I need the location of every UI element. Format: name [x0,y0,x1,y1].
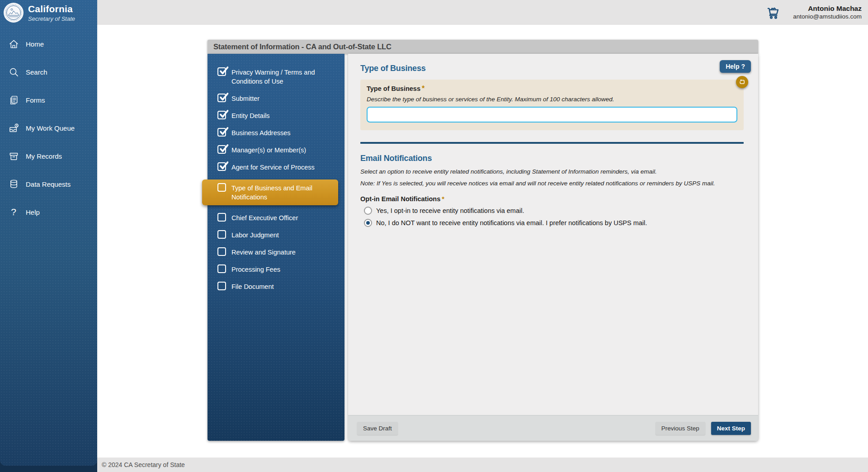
step-file-document[interactable]: File Document [208,282,344,291]
step-label: Chief Executive Officer [231,213,302,222]
sidebar-item-forms[interactable]: Forms [0,94,97,106]
step-privacy-warning[interactable]: Privacy Warning / Terms and Conditions o… [208,67,344,86]
step-label: Manager(s) or Member(s) [231,145,310,155]
checkbox-unchecked-icon [217,230,226,239]
step-submitter[interactable]: Submitter [208,94,344,103]
step-review-signature[interactable]: Review and Signature [208,247,344,257]
steps-list: Privacy Warning / Terms and Conditions o… [208,54,344,291]
checkbox-unchecked-icon [217,213,226,222]
email-notifications-section: Email Notifications Select an option to … [360,154,744,227]
checkbox-checked-icon [217,94,226,102]
step-managers-members[interactable]: Manager(s) or Member(s) [208,145,344,155]
type-of-business-label: Type of Business [367,85,420,92]
type-of-business-heading: Type of Business [360,64,744,73]
sidebar-item-label: Search [26,68,47,76]
sidebar-item-label: Home [26,40,44,48]
work-queue-icon [8,123,19,133]
sidebar-item-data-requests[interactable]: Data Requests [0,178,97,190]
type-of-business-input[interactable] [367,107,737,123]
previous-step-button[interactable]: Previous Step [656,422,705,435]
optin-email-label: Opt-in Email Notifications [360,195,440,203]
email-notifications-heading: Email Notifications [360,154,744,163]
sidebar-item-help[interactable]: ? Help [0,206,97,218]
step-chief-executive-officer[interactable]: Chief Executive Officer [208,213,344,222]
step-entity-details[interactable]: Entity Details [208,111,344,120]
step-label: Business Addresses [231,128,294,137]
step-agent-service-process[interactable]: Agent for Service of Process [208,162,344,172]
email-notifications-description: Select an option to receive entity relat… [360,168,744,175]
sidebar-item-label: Forms [26,96,45,104]
radio-selected-icon[interactable] [364,219,372,227]
sidebar-item-label: Help [26,208,40,216]
email-notifications-note: Note: If Yes is selected, you will recei… [360,180,744,187]
user-email: antonio@amstudiios.com [793,13,862,21]
checkbox-checked-icon [217,111,226,119]
step-label: Processing Fees [231,264,284,274]
help-icon: ? [8,207,19,217]
data-requests-icon [8,179,19,189]
sidebar-item-label: Data Requests [26,180,71,188]
step-processing-fees[interactable]: Processing Fees [208,264,344,274]
step-label: Privacy Warning / Terms and Conditions o… [231,67,344,86]
next-step-button[interactable]: Next Step [711,422,751,435]
step-label: Review and Signature [231,247,299,257]
checkbox-unchecked-icon [217,282,226,290]
california-state-seal-icon [4,3,24,23]
required-asterisk: * [442,195,444,203]
top-header: Antonio Machaz antonio@amstudiios.com [97,0,868,25]
sidebar-item-my-records[interactable]: My Records [0,150,97,162]
brand[interactable]: California Secretary of State [0,0,97,25]
step-label: Entity Details [231,111,274,120]
page-footer: © 2024 CA Secretary of State [97,458,868,472]
sidebar-item-home[interactable]: Home [0,38,97,50]
user-account[interactable]: Antonio Machaz antonio@amstudiios.com [793,4,862,20]
forms-icon [8,94,19,105]
checkbox-unchecked-icon [217,264,226,273]
app-window: California Secretary of State Home Searc… [0,0,868,472]
user-name: Antonio Machaz [793,4,862,13]
radio-unselected-icon[interactable] [364,207,372,215]
sidebar-item-my-work-queue[interactable]: My Work Queue [0,122,97,134]
optin-yes-radio-row[interactable]: Yes, I opt-in to receive entity notifica… [364,207,744,215]
type-of-business-field-panel: Type of Business* Describe the type of b… [360,80,744,130]
records-icon [8,151,19,161]
type-of-business-hint: Describe the type of business or service… [367,96,737,103]
step-business-addresses[interactable]: Business Addresses [208,128,344,137]
form-action-bar: Save Draft Previous Step Next Step [348,415,758,441]
checkbox-unchecked-icon [217,247,226,256]
form-steps-panel: Privacy Warning / Terms and Conditions o… [208,54,344,441]
step-label: File Document [231,282,277,291]
step-label: Labor Judgment [231,230,283,240]
checkbox-checked-icon [217,162,226,171]
checkbox-checked-icon [217,145,226,154]
search-icon [8,66,19,77]
shopping-cart-icon[interactable] [766,5,781,20]
step-type-of-business-email[interactable]: Type of Business and Email Notifications [202,179,338,205]
help-button[interactable]: Help ? [720,60,751,73]
step-label: Type of Business and Email Notifications [231,183,338,202]
step-label: Submitter [231,94,263,103]
home-icon [8,38,19,49]
step-label: Agent for Service of Process [231,162,318,172]
form-content-panel: Help ? Type of Business Type of Business… [348,54,758,441]
sidebar-item-label: My Records [26,152,62,160]
sidebar-nav: Home Search Forms My Work Queue [0,38,97,218]
required-asterisk: * [422,85,425,92]
sidebar-item-search[interactable]: Search [0,66,97,78]
section-divider [360,142,744,144]
optin-yes-label: Yes, I opt-in to receive entity notifica… [376,207,524,214]
brand-tagline: Secretary of State [28,15,75,22]
checkbox-checked-icon [217,67,226,76]
checkbox-unchecked-icon [217,183,226,192]
sidebar-item-label: My Work Queue [26,124,75,132]
step-labor-judgment[interactable]: Labor Judgment [208,230,344,240]
app-sidebar: California Secretary of State Home Searc… [0,0,97,466]
undo-reset-icon[interactable] [736,76,748,88]
form-title-bar: Statement of Information - CA and Out-of… [208,40,758,54]
brand-name: California [28,4,75,14]
optin-email-label-row: Opt-in Email Notifications* [360,195,744,203]
optin-no-label: No, I do NOT want to receive entity noti… [376,219,647,227]
optin-no-radio-row[interactable]: No, I do NOT want to receive entity noti… [364,219,744,227]
save-draft-button[interactable]: Save Draft [357,422,398,435]
checkbox-checked-icon [217,128,226,137]
